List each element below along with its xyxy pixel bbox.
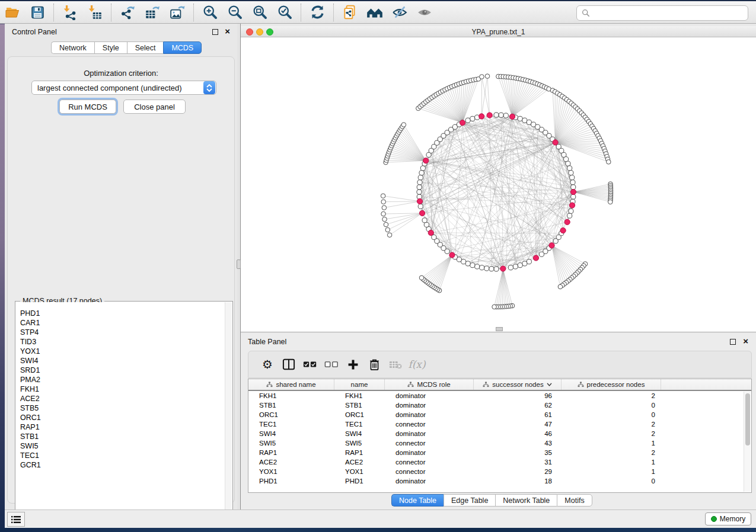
export-table-icon[interactable]	[142, 4, 162, 21]
table-cell[interactable]: 0	[562, 476, 661, 486]
table-cell[interactable]: 2	[562, 448, 661, 457]
zoom-in-icon[interactable]	[200, 4, 220, 21]
mcds-result-list[interactable]: PHD1CAR1STP4TID3YOX1SWI4SRD1PMA2FKH1ACE2…	[16, 302, 225, 519]
columns-icon[interactable]	[278, 354, 299, 374]
network-node[interactable]	[492, 305, 497, 309]
network-node[interactable]	[564, 157, 569, 162]
network-node[interactable]	[465, 118, 470, 123]
task-history-button[interactable]	[7, 512, 25, 527]
tab-mcds[interactable]: MCDS	[163, 41, 202, 54]
network-node[interactable]	[560, 227, 566, 233]
add-column-icon[interactable]	[342, 354, 363, 374]
table-cell[interactable]: 47	[474, 419, 562, 429]
table-row[interactable]: PHD1PHD1dominator180	[248, 476, 751, 486]
table-cell[interactable]: 2	[562, 419, 661, 429]
table-cell[interactable]: SWI5	[334, 438, 385, 448]
network-node[interactable]	[384, 222, 388, 227]
network-node[interactable]	[558, 284, 563, 289]
search-field[interactable]	[576, 5, 748, 21]
table-cell[interactable]: 96	[474, 391, 562, 400]
float-panel-icon[interactable]	[212, 29, 218, 35]
network-node[interactable]	[494, 113, 499, 117]
table-cell[interactable]: ORC1	[248, 410, 334, 419]
mcds-list-item[interactable]: YOX1	[20, 347, 225, 356]
network-node[interactable]	[475, 264, 480, 269]
network-node[interactable]	[489, 267, 494, 271]
mcds-list-item[interactable]: STB1	[20, 432, 225, 441]
mcds-list-item[interactable]: ORC1	[20, 413, 225, 422]
network-node[interactable]	[418, 204, 423, 209]
network-node[interactable]	[382, 206, 387, 210]
network-node[interactable]	[422, 218, 427, 223]
table-cell[interactable]: RAP1	[334, 448, 385, 457]
network-node[interactable]	[513, 264, 518, 269]
network-node[interactable]	[500, 266, 506, 271]
delete-column-icon[interactable]	[363, 354, 385, 374]
network-node[interactable]	[480, 265, 484, 270]
table-cell[interactable]: PHD1	[248, 476, 334, 486]
run-mcds-button[interactable]: Run MCDS	[59, 100, 116, 114]
mcds-list-item[interactable]: PHD1	[20, 309, 225, 318]
column-header-successor-nodes[interactable]: successor nodes	[474, 379, 562, 390]
network-canvas[interactable]	[241, 37, 756, 332]
network-node[interactable]	[428, 230, 433, 235]
table-row[interactable]: FKH1FKH1dominator962	[248, 391, 751, 400]
gear-icon[interactable]: ⚙	[257, 354, 278, 374]
table-cell[interactable]: ORC1	[334, 410, 385, 419]
network-node[interactable]	[449, 252, 455, 258]
column-header-shared-name[interactable]: shared name	[248, 379, 334, 390]
network-node[interactable]	[487, 113, 492, 118]
table-cell[interactable]: 61	[474, 410, 562, 419]
search-input[interactable]	[594, 9, 748, 17]
function-builder-icon[interactable]: f(x)	[406, 354, 428, 374]
mcds-list-item[interactable]: STB5	[20, 403, 225, 413]
column-header-name[interactable]: name	[334, 379, 385, 390]
horizontal-splitter-handle[interactable]	[496, 327, 503, 331]
table-cell[interactable]: YOX1	[334, 467, 385, 476]
network-node[interactable]	[432, 235, 436, 239]
table-row[interactable]: YOX1YOX1connector291	[248, 467, 751, 476]
network-node[interactable]	[423, 158, 429, 164]
network-node[interactable]	[401, 123, 406, 127]
table-cell[interactable]: dominator	[385, 476, 474, 486]
memory-button[interactable]: Memory	[705, 512, 751, 525]
network-node[interactable]	[571, 185, 576, 190]
mcds-list-item[interactable]: TID3	[20, 337, 225, 347]
table-cell[interactable]: 43	[474, 438, 562, 448]
network-node[interactable]	[553, 239, 558, 243]
column-header-MCDS-role[interactable]: MCDS role	[385, 379, 474, 390]
table-cell[interactable]: PHD1	[334, 476, 385, 486]
table-cell[interactable]: 0	[562, 400, 661, 410]
save-session-icon[interactable]	[27, 4, 47, 21]
duplicate-network-icon[interactable]	[340, 4, 360, 21]
table-cell[interactable]: 46	[474, 429, 562, 438]
network-node[interactable]	[417, 198, 422, 204]
table-cell[interactable]: connector	[385, 467, 474, 476]
select-all-checks-icon[interactable]	[299, 354, 321, 374]
network-node[interactable]	[419, 171, 424, 175]
table-row[interactable]: ORC1ORC1dominator610	[248, 410, 751, 419]
table-cell[interactable]: 18	[474, 476, 562, 486]
table-cell[interactable]: connector	[385, 419, 474, 429]
delete-table-icon[interactable]	[385, 354, 406, 374]
table-row[interactable]: SWI4SWI4dominator462	[248, 429, 751, 438]
table-cell[interactable]: SWI4	[334, 429, 385, 438]
hide-selected-icon[interactable]	[390, 4, 410, 21]
network-node[interactable]	[381, 211, 386, 216]
mcds-list-item[interactable]: GCR1	[20, 460, 225, 470]
network-node[interactable]	[569, 203, 575, 208]
network-node[interactable]	[470, 116, 475, 121]
network-node[interactable]	[566, 161, 570, 166]
refresh-icon[interactable]	[307, 4, 327, 21]
network-node[interactable]	[527, 259, 531, 264]
network-node[interactable]	[418, 175, 423, 180]
mcds-list-item[interactable]: FKH1	[20, 384, 225, 394]
export-image-icon[interactable]	[167, 4, 187, 21]
column-header-predecessor-nodes[interactable]: predecessor nodes	[562, 379, 661, 390]
mcds-list-scrollbar[interactable]	[225, 302, 232, 519]
network-node[interactable]	[564, 219, 570, 225]
table-scrollbar-thumb[interactable]	[745, 393, 750, 446]
network-node[interactable]	[570, 175, 575, 180]
mcds-list-item[interactable]: PMA2	[20, 375, 225, 384]
network-node[interactable]	[522, 118, 527, 123]
